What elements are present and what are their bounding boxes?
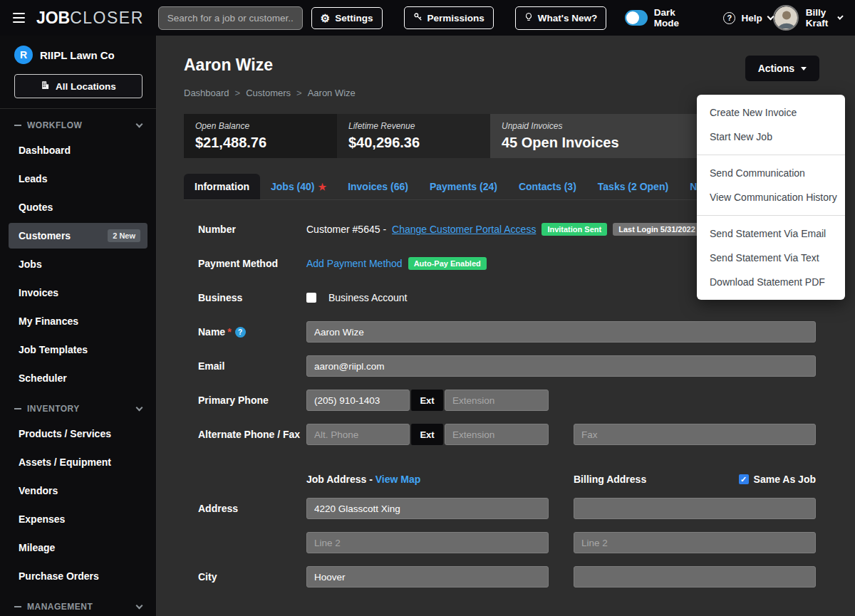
chevron-down-icon [837, 14, 843, 19]
dark-mode-label: Dark Mode [654, 7, 691, 28]
menu-item-view-communication-history[interactable]: View Communication History [697, 185, 845, 209]
whats-new-button[interactable]: What's New? [515, 6, 606, 30]
tab-contacts[interactable]: Contacts (3) [508, 174, 587, 199]
breadcrumb-separator: > [235, 88, 241, 98]
change-portal-access-link[interactable]: Change Customer Portal Access [392, 224, 536, 235]
tab-information[interactable]: Information [184, 174, 260, 199]
help-icon: ? [723, 12, 735, 24]
user-menu[interactable]: Billy Kraft [773, 5, 842, 31]
actions-button[interactable]: Actions [745, 56, 819, 81]
menu-item-start-new-job[interactable]: Start New Job [697, 125, 845, 149]
payment-method-label: Payment Method [198, 257, 306, 270]
toggle-knob [626, 11, 639, 24]
actions-dropdown-menu: Create New Invoice Start New Job Send Co… [697, 95, 845, 300]
sidebar-section-management[interactable]: MANAGEMENT [0, 590, 156, 616]
dark-mode-toggle[interactable] [625, 10, 647, 26]
menu-item-download-statement-pdf[interactable]: Download Statement PDF [697, 270, 845, 294]
alternate-extension-input[interactable] [445, 424, 549, 445]
name-help-icon[interactable]: ? [235, 327, 246, 338]
billing-address-label: Billing Address [574, 474, 646, 485]
sidebar-item-products-services[interactable]: Products / Services [0, 419, 156, 448]
sidebar-item-quotes[interactable]: Quotes [0, 193, 156, 221]
view-map-link[interactable]: View Map [375, 474, 421, 485]
number-label: Number [198, 223, 306, 236]
sidebar-item-mileage[interactable]: Mileage [0, 533, 156, 562]
sidebar-section-workflow[interactable]: WORKFLOW [0, 109, 156, 136]
billing-address-input[interactable] [574, 498, 816, 519]
section-label: MANAGEMENT [27, 602, 93, 612]
caret-down-icon [801, 67, 807, 71]
sidebar-item-purchase-orders[interactable]: Purchase Orders [0, 562, 156, 590]
invitation-sent-badge: Invitation Sent [542, 223, 607, 236]
add-payment-method-link[interactable]: Add Payment Method [306, 258, 403, 269]
app-logo[interactable]: JOBCLOSER [36, 9, 144, 28]
sidebar-item-vendors[interactable]: Vendors [0, 476, 156, 505]
primary-extension-input[interactable] [445, 390, 549, 411]
tab-payments[interactable]: Payments (24) [419, 174, 508, 199]
user-name: Billy Kraft [806, 7, 831, 28]
job-address-input[interactable] [306, 498, 549, 519]
stat-label: Lifetime Revenue [348, 121, 479, 131]
chevron-down-icon [136, 120, 143, 127]
menu-item-send-statement-via-email[interactable]: Send Statement Via Email [697, 221, 845, 246]
menu-icon[interactable] [13, 10, 25, 26]
sidebar-item-expenses[interactable]: Expenses [0, 505, 156, 533]
logo-text-job: JOB [36, 9, 70, 28]
gear-icon: ⚙ [321, 13, 330, 24]
topbar: JOBCLOSER ⚙ Settings Permissions What's … [0, 0, 855, 36]
breadcrumb-separator: > [296, 88, 302, 98]
sidebar-item-assets-equipment[interactable]: Assets / Equipment [0, 448, 156, 476]
fax-input[interactable] [574, 424, 816, 445]
sidebar-item-jobs[interactable]: Jobs [0, 250, 156, 278]
autopay-enabled-badge: Auto-Pay Enabled [408, 257, 487, 270]
same-as-job-checkbox[interactable]: ✓ [739, 474, 749, 484]
email-label: Email [198, 360, 306, 372]
dash-icon [14, 408, 21, 409]
tab-tasks[interactable]: Tasks (2 Open) [587, 174, 679, 199]
sidebar-item-invoices[interactable]: Invoices [0, 278, 156, 307]
billing-city-input[interactable] [574, 566, 816, 588]
breadcrumb-customers[interactable]: Customers [246, 88, 291, 98]
sidebar-item-scheduler[interactable]: Scheduler [0, 364, 156, 392]
job-address-line2-input[interactable] [306, 532, 549, 553]
menu-item-create-new-invoice[interactable]: Create New Invoice [697, 100, 845, 125]
name-input[interactable] [306, 321, 816, 343]
sidebar-item-customers[interactable]: Customers 2 New [9, 223, 147, 249]
sidebar-item-my-finances[interactable]: My Finances [0, 307, 156, 335]
actions-label: Actions [758, 63, 794, 74]
dash-icon [14, 125, 21, 126]
logo-text-closer: CLOSER [70, 9, 144, 28]
chevron-down-icon [136, 602, 143, 609]
help-menu[interactable]: ? Help [723, 12, 772, 24]
favorite-star-icon: ★ [318, 182, 326, 192]
business-account-checkbox[interactable] [306, 293, 316, 303]
email-input[interactable] [306, 355, 816, 377]
alternate-phone-input[interactable] [306, 424, 410, 445]
company-name: RIIPL Lawn Co [40, 49, 115, 61]
permissions-button[interactable]: Permissions [404, 6, 494, 29]
sidebar-item-leads[interactable]: Leads [0, 165, 156, 193]
user-avatar [773, 5, 799, 31]
business-account-label: Business Account [328, 292, 408, 303]
company-switcher[interactable]: R RIIPL Lawn Co [0, 44, 156, 66]
menu-item-send-statement-via-text[interactable]: Send Statement Via Text [697, 246, 845, 270]
alternate-phone-fax-label: Alternate Phone / Fax [198, 428, 306, 441]
company-avatar: R [14, 46, 33, 64]
sidebar-item-job-templates[interactable]: Job Templates [0, 335, 156, 364]
job-city-input[interactable] [306, 566, 549, 588]
breadcrumb-dashboard[interactable]: Dashboard [184, 88, 229, 98]
search-input[interactable] [158, 6, 303, 30]
tab-jobs[interactable]: Jobs (40) ★ [260, 174, 337, 199]
business-label: Business [198, 291, 306, 304]
sidebar-section-inventory[interactable]: INVENTORY [0, 392, 156, 419]
sidebar-item-dashboard[interactable]: Dashboard [0, 136, 156, 165]
tab-invoices[interactable]: Invoices (66) [337, 174, 419, 199]
settings-button[interactable]: ⚙ Settings [311, 7, 383, 29]
all-locations-button[interactable]: All Locations [14, 74, 142, 98]
billing-address-line2-input[interactable] [574, 532, 816, 553]
last-login-badge: Last Login 5/31/2022 [613, 223, 701, 236]
menu-item-send-communication[interactable]: Send Communication [697, 161, 845, 185]
primary-phone-input[interactable] [306, 390, 410, 411]
permissions-label: Permissions [428, 13, 484, 24]
dark-mode-control: Dark Mode [625, 7, 690, 28]
